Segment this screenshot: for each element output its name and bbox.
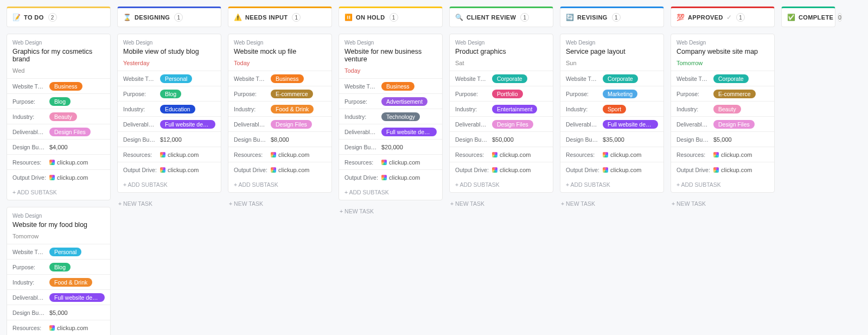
resource-link[interactable]: clickup.com — [160, 167, 199, 173]
new-task-button[interactable]: + NEW TASK — [228, 199, 332, 208]
clickup-icon — [49, 325, 55, 331]
tag-pill[interactable]: Corporate — [713, 74, 749, 83]
column-header[interactable]: 💯APPROVED✓1 — [671, 7, 775, 27]
resource-link[interactable]: clickup.com — [160, 151, 199, 158]
tag-pill[interactable]: Food & Drink — [271, 105, 314, 113]
column-header[interactable]: 🔄REVISING1 — [560, 7, 664, 27]
new-task-button[interactable]: + NEW TASK — [671, 199, 775, 208]
add-subtask-button[interactable]: + ADD SUBTASK — [339, 185, 442, 200]
new-task-button[interactable]: + NEW TASK — [560, 199, 664, 208]
column-status-icon: ⌛ — [123, 14, 131, 21]
resource-link[interactable]: clickup.com — [381, 174, 420, 181]
task-card[interactable]: Web DesignProduct graphicsSatWebsite Typ… — [449, 34, 553, 193]
column-header[interactable]: ⌛DESIGNING1 — [117, 7, 221, 27]
tag-pill[interactable]: Blog — [49, 97, 71, 106]
new-task-button[interactable]: + NEW TASK — [117, 199, 221, 208]
field-label: Design Budg… — [234, 136, 267, 143]
field-row-budget: Design Budg…$5,000 — [7, 305, 110, 320]
column-header[interactable]: 🔍CLIENT REVIEW1 — [449, 7, 553, 27]
add-subtask-button[interactable]: + ADD SUBTASK — [560, 177, 663, 192]
resource-link[interactable]: clickup.com — [603, 167, 641, 173]
field-label: Resources: — [676, 151, 710, 158]
tag-pill[interactable]: Full website design and lay… — [49, 293, 105, 302]
card-category: Web Design — [123, 40, 215, 46]
tag-pill[interactable]: Blog — [49, 263, 71, 271]
card-date: Tomorrow — [12, 233, 105, 239]
new-task-button[interactable]: + NEW TASK — [449, 199, 553, 208]
column-header[interactable]: ⚠️NEEDS INPUT1 — [228, 7, 332, 27]
tag-pill[interactable]: Entertainment — [492, 105, 537, 113]
column-approved: 💯APPROVED✓1Web DesignCompany website sit… — [671, 7, 775, 208]
field-label: Design Budg… — [344, 144, 378, 150]
task-card[interactable]: Web DesignMobile view of study blogYeste… — [117, 34, 221, 193]
field-row-website_type: Website Type:Corporate — [671, 71, 774, 86]
tag-pill[interactable]: Personal — [160, 74, 192, 83]
tag-pill[interactable]: Food & Drink — [49, 278, 92, 287]
tag-pill[interactable]: Sport — [603, 105, 626, 113]
add-subtask-button[interactable]: + ADD SUBTASK — [118, 177, 221, 192]
column-header[interactable]: ⏸️ON HOLD1 — [339, 7, 443, 27]
field-value: $12,000 — [160, 136, 182, 143]
column-count: 1 — [292, 13, 301, 22]
column-header[interactable]: 📝TO DO2 — [7, 7, 111, 27]
tag-pill[interactable]: Corporate — [492, 74, 527, 83]
tag-pill[interactable]: Technology — [381, 112, 420, 121]
resource-link[interactable]: clickup.com — [713, 167, 752, 173]
tag-pill[interactable]: Design Files — [713, 120, 755, 129]
tag-pill[interactable]: Business — [271, 74, 304, 83]
tag-pill[interactable]: Business — [381, 82, 414, 91]
resource-link[interactable]: clickup.com — [49, 174, 88, 181]
tag-pill[interactable]: Design Files — [492, 120, 533, 129]
task-card[interactable]: Web DesignCompany website site mapTomorr… — [671, 34, 775, 193]
tag-pill[interactable]: Design Files — [271, 120, 312, 129]
tag-pill[interactable]: Advertisement — [381, 97, 427, 106]
tag-pill[interactable]: Full website design and lay… — [381, 128, 437, 136]
tag-pill[interactable]: Portfolio — [492, 90, 523, 98]
column-title: REVISING — [577, 14, 608, 21]
tag-pill[interactable]: Business — [49, 82, 82, 91]
tag-pill[interactable]: E-commerce — [713, 90, 756, 98]
column-header[interactable]: ✅COMPLETE0 — [781, 7, 835, 27]
resource-link[interactable]: clickup.com — [49, 325, 88, 331]
task-card[interactable]: Web DesignWebsite for new business ventu… — [339, 34, 443, 200]
tag-pill[interactable]: Full website design and lay… — [160, 120, 215, 129]
tag-pill[interactable]: Design Files — [49, 128, 91, 136]
field-row-budget: Design Budg…$5,000 — [671, 131, 774, 147]
task-card[interactable]: Web DesignWebsite for my food blogTomorr… — [7, 207, 111, 335]
add-subtask-button[interactable]: + ADD SUBTASK — [7, 185, 110, 200]
field-label: Website Type: — [12, 83, 46, 90]
tag-pill[interactable]: Beauty — [49, 112, 77, 121]
add-subtask-button[interactable]: + ADD SUBTASK — [450, 177, 553, 192]
field-row-output: Output Drive:clickup.com — [339, 169, 442, 185]
task-card[interactable]: Web DesignService page layoutSunWebsite … — [560, 34, 664, 193]
tag-pill[interactable]: E-commerce — [271, 90, 313, 98]
resource-link[interactable]: clickup.com — [603, 151, 641, 158]
task-card[interactable]: Web DesignWebsite mock up fileTodayWebsi… — [228, 34, 332, 193]
new-task-button[interactable]: + NEW TASK — [339, 207, 443, 216]
task-card[interactable]: Web DesignGraphics for my cosmetics bran… — [7, 34, 111, 200]
tag-pill[interactable]: Beauty — [713, 105, 741, 113]
tag-pill[interactable]: Corporate — [603, 74, 638, 83]
resource-link[interactable]: clickup.com — [713, 151, 752, 158]
field-value: $50,000 — [492, 136, 514, 143]
column-title: APPROVED — [688, 14, 723, 21]
add-subtask-button[interactable]: + ADD SUBTASK — [671, 177, 774, 192]
tag-pill[interactable]: Blog — [160, 90, 181, 98]
field-label: Purpose: — [344, 98, 378, 105]
resource-link[interactable]: clickup.com — [492, 167, 531, 173]
tag-pill[interactable]: Personal — [49, 248, 81, 256]
tag-pill[interactable]: Marketing — [603, 90, 637, 98]
resource-link[interactable]: clickup.com — [492, 151, 531, 158]
tag-pill[interactable]: Education — [160, 105, 195, 113]
resource-link[interactable]: clickup.com — [271, 167, 309, 173]
resource-link[interactable]: clickup.com — [381, 159, 420, 166]
column-status-icon: ⚠️ — [234, 14, 242, 21]
field-row-budget: Design Budg…$12,000 — [118, 131, 221, 147]
link-text: clickup.com — [610, 151, 641, 158]
check-icon: ✓ — [726, 14, 732, 21]
tag-pill[interactable]: Full website design and lay… — [603, 120, 658, 129]
resource-link[interactable]: clickup.com — [271, 151, 309, 158]
add-subtask-button[interactable]: + ADD SUBTASK — [228, 177, 331, 192]
resource-link[interactable]: clickup.com — [49, 159, 88, 166]
field-label: Website Type: — [344, 83, 378, 90]
